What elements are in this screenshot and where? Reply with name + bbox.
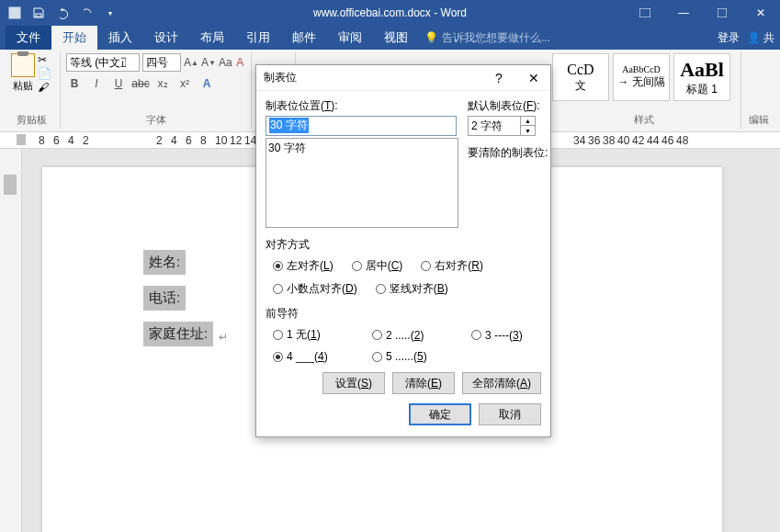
tab-file[interactable]: 文件 (6, 26, 51, 50)
menu-bar: 文件 开始 插入 设计 布局 引用 邮件 审阅 视图 💡 告诉我您想要做什么..… (0, 26, 780, 50)
ruler-tick: 4 (171, 134, 177, 147)
login-button[interactable]: 登录 (718, 30, 740, 46)
style-item-2[interactable]: AaBbCcD→ 无间隔 (613, 53, 670, 101)
group-font-label: 字体 (66, 113, 245, 127)
list-item[interactable]: 30 字符 (268, 141, 456, 156)
align-center-radio[interactable]: 居中(C) (352, 258, 403, 274)
tabs-to-clear-label: 要清除的制表位: (468, 145, 548, 161)
copy-icon[interactable]: 📄 (38, 67, 54, 80)
font-size-select[interactable] (142, 53, 181, 72)
tab-references[interactable]: 引用 (235, 26, 281, 50)
ruler-tick: 44 (647, 134, 659, 147)
tab-view[interactable]: 视图 (373, 26, 419, 50)
superscript-button[interactable]: x² (176, 75, 193, 92)
default-tab-value[interactable] (468, 116, 521, 136)
subscript-button[interactable]: x₂ (154, 75, 171, 92)
ruler-tick: 48 (676, 134, 688, 147)
italic-button[interactable]: I (88, 75, 105, 92)
underline-button[interactable]: U (110, 75, 127, 92)
tab-layout[interactable]: 布局 (189, 26, 235, 50)
style-item-3[interactable]: AaBl标题 1 (673, 53, 730, 101)
maximize-icon[interactable] (703, 0, 741, 26)
svg-rect-3 (718, 8, 727, 17)
ruler-tick: 10 (215, 134, 227, 147)
clear-all-button[interactable]: 全部清除(A) (462, 372, 541, 394)
leader-section: 前导符 1 无(1) 2 .....(2) 3 ----(3) 4 ___(4)… (266, 306, 541, 363)
group-styles: CcD文 AaBbCcD→ 无间隔 AaBl标题 1 样式 (547, 51, 741, 129)
ruler-tick: 38 (603, 134, 615, 147)
dialog-title: 制表位 (264, 70, 297, 85)
leader-5-radio[interactable]: 5 ......(5) (372, 350, 427, 363)
align-left-radio[interactable]: 左对齐(L) (273, 258, 333, 274)
dialog-help-button[interactable]: ? (486, 67, 512, 89)
ribbon-display-icon[interactable] (626, 0, 664, 26)
cut-icon[interactable]: ✂ (38, 53, 54, 66)
vertical-ruler[interactable] (0, 149, 22, 532)
undo-icon[interactable] (51, 2, 73, 24)
close-icon[interactable]: ✕ (741, 0, 780, 26)
redo-icon[interactable] (75, 2, 97, 24)
paste-button[interactable]: 粘贴 (9, 53, 36, 94)
group-styles-label: 样式 (552, 113, 735, 127)
leader-3-radio[interactable]: 3 ----(3) (471, 327, 523, 343)
tab-position-input[interactable]: 30 字符 (266, 116, 457, 136)
decrease-font-icon[interactable]: A▼ (201, 54, 216, 71)
increase-font-icon[interactable]: A▲ (184, 54, 198, 71)
save-icon[interactable] (28, 2, 50, 24)
strikethrough-button[interactable]: abc (132, 75, 149, 92)
clear-format-icon[interactable]: A (235, 54, 245, 71)
qat-customize-icon[interactable]: ▾ (99, 2, 121, 24)
tab-design[interactable]: 设计 (143, 26, 189, 50)
set-button[interactable]: 设置(S) (322, 372, 385, 394)
ruler-tick: 8 (39, 134, 45, 147)
tab-insert[interactable]: 插入 (97, 26, 143, 50)
bold-button[interactable]: B (66, 75, 83, 92)
ruler-tick: 8 (200, 134, 207, 147)
share-button[interactable]: 👤 共 (747, 30, 774, 46)
default-tab-spinner[interactable]: ▲▼ (468, 116, 536, 136)
doc-text-name: 姓名: (143, 250, 186, 275)
spin-up-icon[interactable]: ▲ (521, 117, 535, 126)
font-family-select[interactable] (66, 53, 140, 72)
minimize-icon[interactable]: — (664, 0, 703, 26)
align-right-radio[interactable]: 右对齐(R) (421, 258, 483, 274)
ruler-tick: 2 (83, 134, 89, 147)
leader-title: 前导符 (266, 306, 541, 322)
group-clipboard-label: 剪贴板 (9, 113, 54, 127)
tab-home[interactable]: 开始 (51, 26, 97, 50)
window-title: www.officebai.com.docx - Word (313, 6, 467, 19)
spin-down-icon[interactable]: ▼ (521, 126, 535, 135)
ruler-tick: 6 (53, 134, 60, 147)
dialog-close-button[interactable]: ✕ (521, 67, 547, 89)
format-painter-icon[interactable]: 🖌 (38, 81, 54, 94)
dialog-titlebar[interactable]: 制表位 ? ✕ (256, 65, 550, 91)
ruler-tick: 42 (632, 134, 644, 147)
align-decimal-radio[interactable]: 小数点对齐(D) (273, 281, 357, 297)
tab-mail[interactable]: 邮件 (281, 26, 327, 50)
lightbulb-icon: 💡 (424, 31, 438, 44)
ruler-tab-selector[interactable] (17, 134, 26, 145)
leader-4-radio[interactable]: 4 ___(4) (273, 350, 354, 363)
svg-rect-1 (36, 14, 41, 17)
tell-me-placeholder: 告诉我您想要做什么... (442, 30, 550, 46)
tab-review[interactable]: 审阅 (327, 26, 373, 50)
style-item-1[interactable]: CcD文 (552, 53, 609, 101)
ok-button[interactable]: 确定 (409, 403, 471, 425)
leader-2-radio[interactable]: 2 .....(2) (372, 327, 453, 343)
align-bar-radio[interactable]: 竖线对齐(B) (376, 281, 448, 297)
cancel-button[interactable]: 取消 (479, 403, 541, 425)
word-app-icon[interactable] (4, 2, 26, 24)
dialog-body: 制表位位置(T): 30 字符 30 字符 默认制表位(F): ▲▼ 要清除的制… (256, 91, 550, 436)
tell-me-search[interactable]: 💡 告诉我您想要做什么... (424, 30, 550, 46)
group-editing-label: 编辑 (747, 113, 771, 127)
leader-1-radio[interactable]: 1 无(1) (273, 327, 354, 343)
clear-button[interactable]: 清除(E) (392, 372, 455, 394)
window-controls: — ✕ (626, 0, 780, 26)
tab-position-list[interactable]: 30 字符 (266, 138, 458, 228)
doc-text-phone: 电话: (143, 286, 186, 311)
change-case-icon[interactable]: Aa (219, 54, 232, 71)
doc-cursor-gap (189, 289, 220, 313)
text-effects-button[interactable]: A (198, 75, 215, 92)
svg-rect-2 (639, 8, 650, 17)
doc-text-address: 家庭住址: (143, 322, 213, 346)
